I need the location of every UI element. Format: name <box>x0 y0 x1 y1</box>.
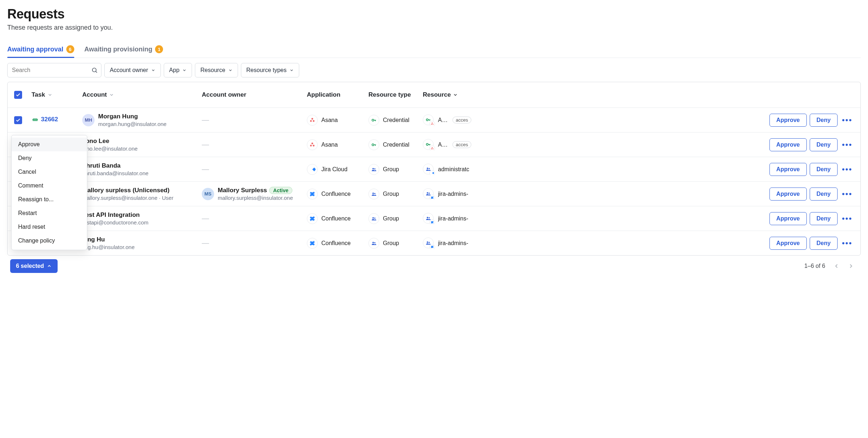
tabs: Awaiting approval6Awaiting provisioning1 <box>7 42 861 58</box>
approve-button[interactable]: Approve <box>769 212 807 225</box>
filter-app[interactable]: App <box>164 63 192 77</box>
group-icon <box>368 164 379 175</box>
select-all-checkbox[interactable] <box>14 91 22 99</box>
deny-button[interactable]: Deny <box>810 114 838 127</box>
select-all-cell <box>8 91 29 99</box>
col-resource-label: Resource <box>423 91 451 98</box>
svg-point-3 <box>312 118 313 119</box>
account-name: Jono Lee <box>82 138 138 145</box>
search-wrapper <box>7 63 101 77</box>
svg-point-0 <box>92 68 96 72</box>
pagination-range: 1–6 of 6 <box>804 263 825 269</box>
avatar: MS <box>202 188 214 200</box>
account-name: Morgan Hung <box>98 113 167 120</box>
resource-name: jira-admins- <box>438 215 468 222</box>
tab-awaiting-provisioning[interactable]: Awaiting provisioning1 <box>84 42 163 58</box>
task-link[interactable]: 32662 <box>32 116 58 123</box>
confluence-icon <box>307 213 318 224</box>
menu-item-comment[interactable]: Comment <box>12 179 87 193</box>
col-task[interactable]: Task <box>29 91 79 98</box>
more-actions-button[interactable]: ••• <box>840 165 854 174</box>
approve-button[interactable]: Approve <box>769 114 807 127</box>
approve-button[interactable]: Approve <box>769 237 807 250</box>
menu-item-change-policy[interactable]: Change policy <box>12 234 87 248</box>
more-actions-button[interactable]: ••• <box>840 214 854 223</box>
owner-name: Mallory Surpless <box>218 187 267 194</box>
approve-button[interactable]: Approve <box>769 163 807 176</box>
resource-type-name: Credential <box>383 142 409 148</box>
svg-point-44 <box>429 242 430 243</box>
col-resource[interactable]: Resource <box>420 91 474 98</box>
status-badge: Active <box>269 187 292 194</box>
chevron-down-icon <box>289 68 294 72</box>
page-prev[interactable] <box>833 263 840 269</box>
deny-button[interactable]: Deny <box>810 188 838 201</box>
svg-point-29 <box>374 168 375 169</box>
more-actions-button[interactable]: ••• <box>840 189 854 199</box>
account-email: morgan.hung@insulator.one <box>98 121 167 127</box>
svg-point-21 <box>426 143 428 145</box>
more-actions-button[interactable]: ••• <box>840 239 854 248</box>
asana-icon <box>307 139 318 150</box>
resource-type-name: Group <box>383 240 399 247</box>
menu-item-deny[interactable]: Deny <box>12 151 87 165</box>
empty-value: — <box>202 165 209 173</box>
filter-account-owner[interactable]: Account owner <box>104 63 161 77</box>
filter-resource-types[interactable]: Resource types <box>241 63 299 77</box>
menu-item-approve[interactable]: Approve <box>12 138 87 151</box>
jira-icon <box>307 164 318 175</box>
resource-icon <box>423 139 434 151</box>
more-actions-button[interactable]: ••• <box>840 115 854 125</box>
deny-button[interactable]: Deny <box>810 163 838 176</box>
empty-value: — <box>202 239 209 247</box>
account-name: Jing Hu <box>82 236 135 243</box>
filter-resource[interactable]: Resource <box>195 63 238 77</box>
svg-point-5 <box>313 120 314 122</box>
col-account[interactable]: Account <box>79 91 199 98</box>
col-task-label: Task <box>32 91 45 98</box>
resource-type-name: Credential <box>383 117 409 123</box>
col-owner-label: Account owner <box>202 91 246 98</box>
menu-item-hard-reset[interactable]: Hard reset <box>12 220 87 234</box>
deny-button[interactable]: Deny <box>810 138 838 151</box>
bulk-selected-button[interactable]: 6 selected <box>10 259 58 273</box>
search-icon <box>91 67 98 73</box>
search-input[interactable] <box>7 63 101 77</box>
menu-item-reassign-to[interactable]: Reassign to... <box>12 193 87 206</box>
approve-button[interactable]: Approve <box>769 138 807 151</box>
table-row: Jono Leejono.lee@insulator.one—AsanaCred… <box>8 132 860 157</box>
key-icon <box>368 139 379 150</box>
resource-icon <box>423 164 434 175</box>
application-name: Confluence <box>321 240 351 247</box>
avatar: MH <box>82 114 95 126</box>
svg-point-41 <box>372 242 374 243</box>
group-icon <box>368 238 379 249</box>
svg-point-39 <box>427 217 428 218</box>
resource-name: Asana <box>438 117 447 123</box>
pagination: 1–6 of 6 <box>804 263 854 269</box>
account-name: Shruti Banda <box>82 162 149 169</box>
deny-button[interactable]: Deny <box>810 237 838 250</box>
row-checkbox[interactable] <box>14 116 22 124</box>
svg-point-33 <box>372 193 374 194</box>
deny-button[interactable]: Deny <box>810 212 838 225</box>
request-icon <box>32 116 39 123</box>
menu-item-cancel[interactable]: Cancel <box>12 165 87 179</box>
filter-label: App <box>169 67 179 73</box>
resource-pill: acces <box>452 141 471 148</box>
col-application: Application <box>304 91 366 98</box>
tab-awaiting-approval[interactable]: Awaiting approval6 <box>7 42 74 58</box>
svg-point-43 <box>427 241 428 243</box>
resource-icon <box>423 237 434 249</box>
chevron-down-icon <box>228 68 233 72</box>
tab-label: Awaiting approval <box>7 46 63 53</box>
approve-button[interactable]: Approve <box>769 188 807 201</box>
filter-label: Resource types <box>246 67 287 73</box>
menu-item-restart[interactable]: Restart <box>12 206 87 220</box>
svg-point-42 <box>374 242 375 243</box>
bulk-action-menu: ApproveDenyCancelCommentReassign to...Re… <box>11 135 87 250</box>
asana-icon <box>307 115 318 126</box>
page-next[interactable] <box>848 263 854 269</box>
table-row: Test API Integrationtestapi@conductorone… <box>8 206 860 231</box>
more-actions-button[interactable]: ••• <box>840 140 854 149</box>
